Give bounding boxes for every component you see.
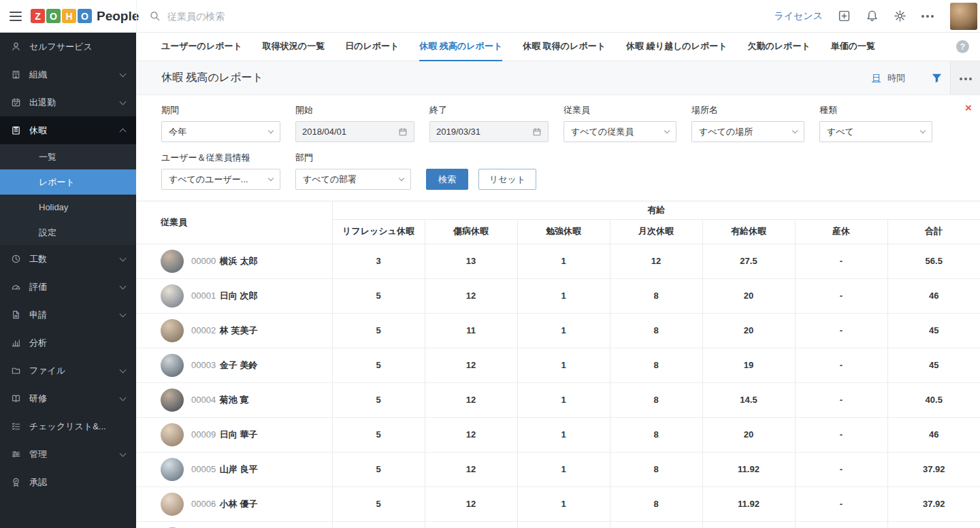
chevron-down-icon	[268, 176, 274, 181]
tab-acquisition-status-list[interactable]: 取得状況の一覧	[263, 33, 325, 61]
sidebar-item-label: セルフサービス	[29, 41, 93, 53]
cell-monthly: 8	[610, 348, 702, 382]
sidebar-item-attendance[interactable]: 出退勤	[0, 88, 136, 116]
toggle-time[interactable]: 時間	[887, 72, 905, 84]
search-button[interactable]: 検索	[426, 169, 468, 190]
chevron-down-icon	[399, 176, 404, 181]
sidebar-item-leave[interactable]: 休暇	[0, 116, 136, 144]
chevron-down-icon	[120, 98, 127, 105]
tab-absence-report[interactable]: 欠勤のレポート	[748, 33, 811, 61]
filter-icon[interactable]	[923, 61, 950, 95]
tab-day-report[interactable]: 日のレポート	[345, 33, 399, 61]
sidebar-item-performance[interactable]: 評価	[0, 273, 136, 301]
sidebar-item-checklist[interactable]: チェックリスト&...	[0, 412, 136, 440]
more-options-icon[interactable]	[950, 61, 980, 95]
sidebar-item-files[interactable]: ファイル	[0, 357, 136, 384]
report-header-controls: 日 時間	[872, 61, 980, 95]
add-icon[interactable]	[838, 10, 851, 22]
table-row[interactable]: 00005 山岸 良平 5 12 1 8 11.92 - 37.92	[136, 452, 980, 486]
topbar-actions: ライセンス	[774, 3, 980, 30]
help-button[interactable]: ?	[956, 40, 969, 53]
table-row[interactable]: 00006 小林 優子 5 12 1 8 11.92 - 37.92	[136, 486, 980, 521]
close-icon[interactable]: ×	[965, 102, 972, 114]
tab-user-report[interactable]: ユーザーのレポート	[161, 33, 242, 61]
gear-icon[interactable]	[894, 10, 906, 22]
sidebar-item-timesheet[interactable]: 工数	[0, 245, 136, 273]
cell-maternity: -	[795, 452, 887, 486]
end-date-input[interactable]: 2019/03/31	[429, 121, 549, 142]
sidebar-item-training[interactable]: 研修	[0, 384, 136, 412]
more-icon[interactable]	[921, 15, 934, 18]
group-header-paid-leave: 有給	[332, 201, 980, 219]
sidebar-item-organization[interactable]: 組織	[0, 61, 136, 88]
table-row[interactable]: 00009 日向 華子 5 12 1 8 20 - 46	[136, 417, 980, 452]
sidebar-item-label: ファイル	[29, 365, 65, 377]
topbar-left: Z O H O People	[0, 9, 136, 24]
table-row[interactable]: 00000 横浜 太郎 3 13 1 12 27.5 - 56.5	[136, 244, 980, 278]
cell-maternity: -	[795, 486, 887, 521]
cell-study: 1	[517, 348, 610, 382]
table-row[interactable]: 00007 沢田 花子 5 12 1 8 11.5 - 37.5	[136, 521, 980, 528]
cell-study: 1	[517, 521, 610, 528]
cell-monthly: 8	[610, 313, 702, 348]
user-avatar[interactable]	[950, 3, 977, 30]
subitem-label: Holiday	[39, 202, 68, 212]
toggle-day[interactable]: 日	[872, 72, 881, 84]
select-value: すべて	[827, 126, 915, 138]
filter-period: 期間 今年	[161, 104, 280, 142]
tab-unit-price-list[interactable]: 単価の一覧	[831, 33, 875, 61]
cell-sick: 12	[425, 348, 517, 382]
table-row[interactable]: 00004 菊池 寛 5 12 1 8 14.5 - 40.5	[136, 382, 980, 417]
cell-study: 1	[517, 417, 610, 452]
sidebar-item-approvals[interactable]: 承認	[0, 468, 136, 496]
location-select[interactable]: すべての場所	[691, 121, 804, 142]
license-link[interactable]: ライセンス	[774, 10, 823, 22]
sidebar-subitem-holiday[interactable]: Holiday	[0, 195, 136, 220]
sidebar-subitem-report[interactable]: レポート	[0, 169, 136, 195]
department-select[interactable]: すべての部署	[295, 169, 411, 190]
table-row[interactable]: 00003 金子 美鈴 5 12 1 8 19 - 45	[136, 348, 980, 382]
avatar	[161, 423, 184, 446]
employee-id: 00003	[191, 360, 216, 370]
organization-icon	[11, 69, 21, 80]
user-info-select[interactable]: すべてのユーザー...	[161, 169, 280, 190]
tab-leave-carryover-report[interactable]: 休暇 繰り越しのレポート	[626, 33, 727, 61]
table-row[interactable]: 00001 日向 次郎 5 12 1 8 20 - 46	[136, 278, 980, 313]
type-select[interactable]: すべて	[819, 121, 932, 142]
table-row[interactable]: 00002 林 芙美子 5 11 1 8 20 - 45	[136, 313, 980, 348]
sidebar-item-analytics[interactable]: 分析	[0, 329, 136, 357]
chevron-down-icon	[664, 128, 670, 133]
cell-total: 45	[887, 348, 980, 382]
sidebar-subitem-list[interactable]: 一覧	[0, 144, 136, 169]
employee-id: 00005	[191, 464, 216, 474]
start-date-input[interactable]: 2018/04/01	[295, 121, 414, 142]
sidebar-item-self-service[interactable]: セルフサービス	[0, 33, 136, 61]
reset-button[interactable]: リセット	[478, 169, 536, 190]
tab-leave-taken-report[interactable]: 休暇 取得のレポート	[523, 33, 606, 61]
calendar-icon	[532, 127, 542, 137]
menu-icon[interactable]	[10, 12, 22, 21]
bell-icon[interactable]	[866, 10, 879, 22]
calendar-icon	[398, 127, 408, 137]
logo-tile-o2: O	[78, 9, 92, 23]
column-header-paid-leave: 有給休暇	[702, 219, 795, 244]
filter-end-date: 終了 2019/03/31	[429, 104, 549, 142]
cell-sick: 12	[425, 417, 517, 452]
employee-select[interactable]: すべての従業員	[564, 121, 676, 142]
sidebar-item-requests[interactable]: 申請	[0, 301, 136, 329]
cell-total: 37.92	[887, 486, 980, 521]
sidebar-subitem-settings[interactable]: 設定	[0, 220, 136, 245]
period-select[interactable]: 今年	[161, 121, 280, 142]
sidebar-item-label: チェックリスト&...	[29, 420, 106, 433]
employee-name: 日向 次郎	[220, 291, 258, 301]
select-value: すべての場所	[699, 126, 787, 138]
cell-sick: 11	[425, 313, 517, 348]
sidebar-item-admin[interactable]: 管理	[0, 440, 136, 468]
search-input[interactable]	[167, 11, 453, 22]
page-title: 休暇 残高のレポート	[161, 71, 263, 85]
cell-study: 1	[517, 382, 610, 417]
filter-label: 部門	[295, 152, 411, 164]
cell-maternity: -	[795, 244, 887, 278]
zoho-people-logo[interactable]: Z O H O People	[31, 9, 139, 24]
tab-leave-balance-report[interactable]: 休暇 残高のレポート	[419, 33, 502, 61]
